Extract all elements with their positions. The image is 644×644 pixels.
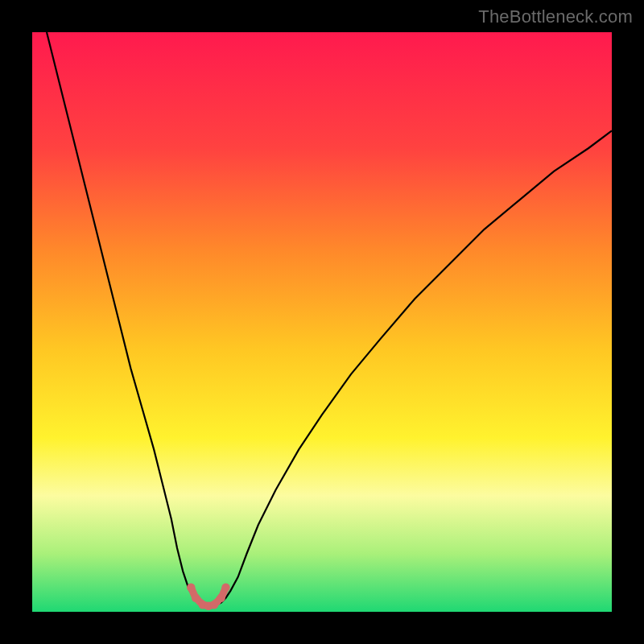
series-trough-marker-dot xyxy=(217,594,225,602)
series-trough-marker-dot xyxy=(221,584,229,592)
plot-area xyxy=(32,32,612,612)
watermark-text: TheBottleneck.com xyxy=(478,6,633,27)
series-trough-marker-dot xyxy=(187,584,195,592)
bottleneck-chart xyxy=(32,32,612,612)
series-trough-marker-dot xyxy=(192,594,200,602)
series-trough-marker-dot xyxy=(210,601,218,609)
figure-frame: TheBottleneck.com xyxy=(0,0,644,644)
